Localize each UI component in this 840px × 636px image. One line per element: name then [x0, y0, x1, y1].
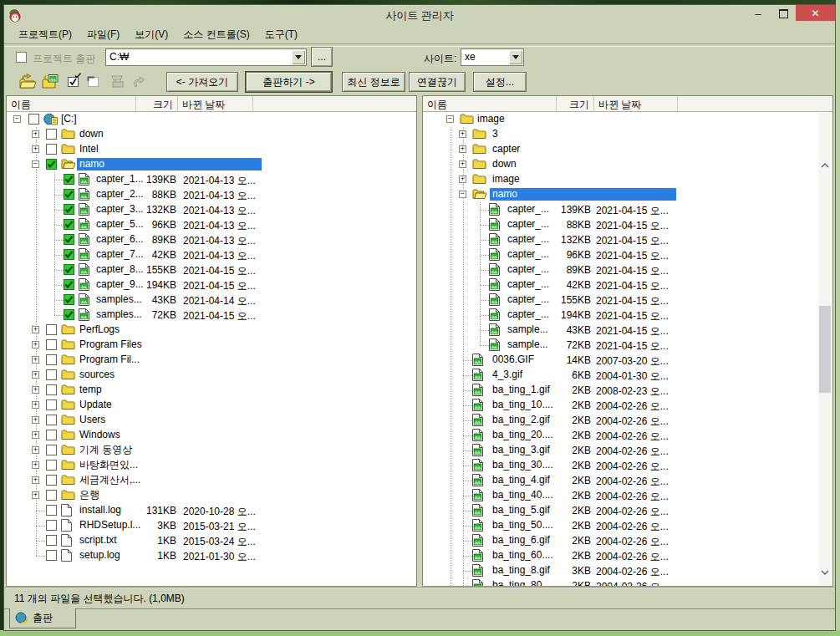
minimize-button[interactable]: – [746, 5, 771, 22]
import-site-icon[interactable] [17, 72, 37, 90]
expand-toggle[interactable]: + [32, 371, 39, 379]
expand-toggle[interactable]: + [32, 401, 39, 409]
scrollbar-thumb[interactable] [819, 306, 831, 393]
menu-item-2[interactable]: 보기(V) [127, 26, 176, 43]
file-name[interactable]: 3 [490, 128, 501, 140]
file-checkbox-unchecked[interactable] [46, 550, 57, 561]
tree-row[interactable]: +sources [7, 368, 416, 383]
file-checkbox-checked[interactable] [64, 204, 74, 215]
disconnect-button[interactable]: 연결끊기 [409, 72, 466, 92]
file-checkbox-checked[interactable] [64, 264, 74, 275]
expand-toggle[interactable]: + [32, 386, 39, 394]
file-name[interactable]: [C:] [59, 113, 79, 125]
file-name[interactable]: Windows [77, 429, 123, 441]
file-name[interactable]: down [77, 128, 106, 140]
tree-row[interactable]: samples...43KB2021-04-14 오... [7, 293, 416, 308]
tree-row[interactable]: sample...72KB2021-04-15 오... [423, 338, 832, 353]
file-checkbox-unchecked[interactable] [46, 535, 57, 546]
tree-row[interactable]: capter_...42KB2021-04-15 오... [423, 277, 832, 293]
tree-row[interactable]: 0036.GIF14KB2007-03-20 오... [423, 353, 832, 368]
file-name[interactable]: temp [77, 384, 104, 396]
tree-row[interactable]: capter_7...42KB2021-04-13 오... [7, 247, 416, 262]
title-bar[interactable]: 사이트 관리자 – ✕ [4, 5, 835, 26]
menu-item-0[interactable]: 프로젝트(P) [11, 26, 79, 43]
file-checkbox-unchecked[interactable] [46, 490, 57, 501]
tree-row[interactable]: RHDSetup.l...3KB2015-03-21 오... [7, 518, 416, 533]
file-checkbox-unchecked[interactable] [46, 129, 57, 140]
tree-row[interactable]: capter_5...96KB2021-04-13 오... [7, 217, 416, 232]
file-name[interactable]: image [490, 173, 522, 186]
maximize-button[interactable] [771, 5, 796, 22]
file-checkbox-unchecked[interactable] [46, 384, 57, 395]
tree-row[interactable]: ba_ting_60....2KB2004-02-26 오... [423, 548, 832, 563]
tree-row[interactable]: capter_...132KB2021-04-15 오... [423, 232, 832, 247]
tree-row[interactable]: capter_...96KB2021-04-15 오... [423, 247, 832, 262]
tree-row[interactable]: install.log131KB2020-10-28 오... [7, 503, 416, 518]
tree-row[interactable]: capter_2...88KB2021-04-13 오... [7, 187, 416, 202]
tree-row[interactable]: capter_...155KB2021-04-15 오... [423, 293, 832, 308]
tree-row[interactable]: ba_ting_20....2KB2004-02-26 오... [423, 428, 832, 443]
menu-item-3[interactable]: 소스 컨트롤(S) [176, 26, 257, 43]
file-checkbox-unchecked[interactable] [46, 324, 57, 335]
close-button[interactable]: ✕ [796, 5, 835, 21]
file-name[interactable]: 은행 [77, 489, 102, 501]
scroll-down-icon[interactable] [821, 563, 829, 578]
expand-toggle[interactable]: + [459, 130, 466, 138]
tree-row[interactable]: script.txt1KB2015-03-24 오... [7, 533, 416, 548]
file-checkbox-checked[interactable] [64, 279, 74, 290]
tree-row[interactable]: +바탕화면있... [7, 458, 416, 473]
file-checkbox-unchecked[interactable] [46, 445, 57, 455]
tree-row[interactable]: ba_ting_4.gif2KB2004-02-26 오... [423, 473, 832, 488]
tree-row[interactable]: capter_1...139KB2021-04-13 오... [7, 172, 416, 187]
tree-row[interactable]: capter_...139KB2021-04-15 오... [423, 202, 832, 217]
column-header-date[interactable]: 바뀐 날짜 [594, 96, 678, 112]
tree-row[interactable]: +Intel [7, 142, 416, 157]
file-checkbox-checked[interactable] [64, 249, 74, 260]
file-name[interactable]: image [475, 113, 507, 125]
collapse-toggle[interactable]: − [446, 115, 454, 123]
collapse-toggle[interactable]: − [13, 115, 21, 123]
file-checkbox-unchecked[interactable] [46, 430, 57, 440]
tree-row[interactable]: capter_...194KB2021-04-15 오... [423, 308, 832, 323]
tab-publish[interactable]: 출판 [9, 608, 76, 628]
tree-row[interactable]: ba_ting_50....2KB2004-02-26 오... [423, 518, 832, 533]
expand-toggle[interactable]: + [32, 446, 39, 454]
file-name[interactable]: Program Fil... [77, 354, 142, 366]
tree-row[interactable]: ba_ting_8.gif3KB2004-02-26 오... [423, 563, 832, 578]
file-checkbox-unchecked[interactable] [46, 399, 57, 410]
file-name[interactable]: setup.log [77, 549, 123, 562]
clear-selection-icon[interactable] [84, 72, 104, 90]
file-checkbox-unchecked[interactable] [46, 460, 57, 471]
expand-toggle[interactable]: + [32, 341, 39, 349]
file-checkbox-unchecked[interactable] [46, 475, 57, 486]
file-name[interactable]: PerfLogs [77, 323, 122, 336]
file-name[interactable]: script.txt [77, 534, 120, 547]
expand-toggle[interactable]: + [32, 461, 39, 469]
column-header-name[interactable]: 이름 [7, 96, 136, 112]
tree-row[interactable]: +기계 동영상 [7, 443, 416, 458]
file-name[interactable]: 4_3.gif [490, 369, 525, 381]
file-name[interactable]: 0036.GIF [490, 354, 537, 366]
file-checkbox-unchecked[interactable] [46, 354, 57, 365]
file-checkbox-unchecked[interactable] [46, 339, 57, 350]
file-name[interactable]: Users [77, 414, 108, 426]
site-dropdown-button[interactable] [509, 50, 522, 64]
refresh-button[interactable]: 최신 정보로 [342, 72, 405, 92]
tree-row[interactable]: +은행 [7, 488, 416, 503]
tree-row[interactable]: capter_...88KB2021-04-15 오... [423, 217, 832, 232]
tree-row[interactable]: +PerfLogs [7, 323, 416, 338]
column-header-name[interactable]: 이름 [423, 96, 557, 112]
expand-toggle[interactable]: + [459, 145, 466, 153]
collapse-toggle[interactable]: − [459, 191, 466, 198]
tree-row[interactable]: capter_...89KB2021-04-15 오... [423, 262, 832, 277]
expand-toggle[interactable]: + [32, 416, 39, 424]
file-name-selected[interactable]: namo [77, 158, 262, 170]
expand-toggle[interactable]: + [32, 491, 39, 499]
expand-toggle[interactable]: + [459, 160, 466, 168]
file-checkbox-unchecked[interactable] [46, 415, 57, 425]
tree-row[interactable]: ba_ting_3.gif2KB2004-02-26 오... [423, 443, 832, 458]
file-checkbox-checked[interactable] [64, 309, 74, 320]
file-name-selected[interactable]: namo [490, 188, 676, 201]
expand-toggle[interactable]: + [32, 356, 39, 364]
tree-row[interactable]: +temp [7, 383, 416, 398]
